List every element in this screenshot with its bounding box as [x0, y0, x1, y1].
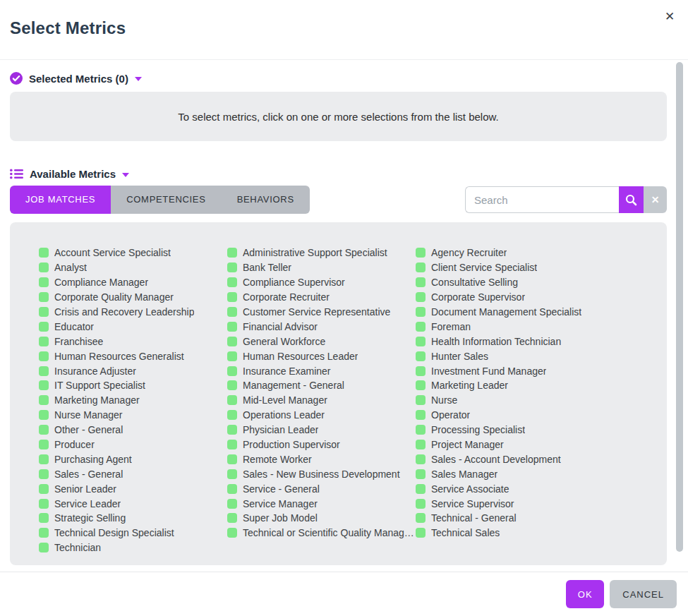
metric-item[interactable]: Marketing Manager: [39, 393, 227, 408]
metric-item[interactable]: Agency Recruiter: [416, 246, 653, 260]
metric-item[interactable]: Other - General: [39, 423, 227, 437]
metric-item[interactable]: General Workforce: [227, 334, 416, 349]
metric-item[interactable]: Health Information Technician: [416, 334, 653, 349]
metric-item[interactable]: Project Manager: [416, 437, 653, 452]
metric-item[interactable]: Corporate Quality Manager: [39, 290, 227, 305]
metric-item[interactable]: Corporate Supervisor: [416, 290, 653, 305]
metric-item[interactable]: Sales Manager: [416, 466, 653, 481]
cancel-button[interactable]: CANCEL: [610, 580, 677, 608]
search-input[interactable]: [465, 186, 619, 213]
metric-item[interactable]: Technician: [39, 540, 227, 555]
metric-label: IT Support Specialist: [54, 380, 145, 391]
metric-square-icon: [39, 454, 49, 464]
metric-square-icon: [227, 262, 237, 272]
metric-item[interactable]: Compliance Manager: [39, 275, 227, 290]
metric-item[interactable]: Corporate Recruiter: [227, 290, 416, 305]
metric-item[interactable]: Physician Leader: [227, 423, 416, 437]
metric-item[interactable]: Remote Worker: [227, 452, 416, 466]
metric-label: Service - General: [243, 483, 320, 495]
vertical-scrollbar[interactable]: [676, 62, 683, 552]
metric-item[interactable]: Production Supervisor: [227, 437, 416, 452]
empty-message: To select metrics, click on one or more …: [178, 111, 498, 123]
tab-job-matches[interactable]: JOB MATCHES: [10, 186, 111, 214]
metric-item[interactable]: Hunter Sales: [416, 349, 653, 363]
metric-square-icon: [416, 351, 426, 361]
metric-item[interactable]: Insurance Examiner: [227, 363, 416, 378]
metric-square-icon: [227, 337, 237, 346]
metric-label: Bank Teller: [243, 262, 291, 273]
metric-item[interactable]: Service - General: [227, 481, 416, 496]
metric-item[interactable]: Franchisee: [39, 334, 227, 349]
tab-behaviors[interactable]: BEHAVIORS: [222, 186, 310, 214]
metric-square-icon: [416, 262, 426, 272]
metric-label: Production Supervisor: [243, 439, 340, 450]
metric-item[interactable]: Compliance Supervisor: [227, 275, 416, 290]
metric-item[interactable]: Mid-Level Manager: [227, 393, 416, 408]
metric-item[interactable]: Operator: [416, 408, 653, 423]
metric-label: Human Resources Generalist: [54, 351, 184, 362]
close-button[interactable]: ✕: [662, 9, 677, 25]
metric-item[interactable]: Financial Advisor: [227, 319, 416, 334]
tab-bar: JOB MATCHES COMPETENCIES BEHAVIORS: [10, 186, 310, 214]
metric-square-icon: [416, 307, 426, 317]
metric-item[interactable]: Technical Design Specialist: [39, 526, 227, 540]
metric-item[interactable]: Document Management Specialist: [416, 305, 653, 320]
selected-metrics-header[interactable]: Selected Metrics (0): [10, 72, 667, 85]
metric-square-icon: [416, 277, 426, 287]
metric-item[interactable]: Sales - Account Development: [416, 452, 653, 466]
metric-item[interactable]: Purchasing Agent: [39, 452, 227, 466]
metric-item[interactable]: Nurse Manager: [39, 408, 227, 423]
metric-item[interactable]: Sales - General: [39, 466, 227, 481]
metric-square-icon: [227, 499, 237, 509]
metric-item[interactable]: Nurse: [416, 393, 653, 408]
metric-item[interactable]: Technical Sales: [416, 526, 653, 540]
metric-item[interactable]: Operations Leader: [227, 408, 416, 423]
metric-item[interactable]: Account Service Specialist: [39, 246, 227, 260]
metric-item[interactable]: Service Associate: [416, 481, 653, 496]
metric-item[interactable]: Investment Fund Manager: [416, 363, 653, 378]
metric-label: Account Service Specialist: [54, 247, 171, 258]
metric-item[interactable]: Marketing Leader: [416, 378, 653, 393]
metric-label: Nurse Manager: [54, 409, 123, 421]
metric-item[interactable]: Consultative Selling: [416, 275, 653, 290]
metric-label: General Workforce: [243, 336, 325, 347]
metric-label: Human Resources Leader: [243, 351, 358, 362]
tab-competencies[interactable]: COMPETENCIES: [111, 186, 221, 214]
metric-item[interactable]: Insurance Adjuster: [39, 363, 227, 378]
metric-item[interactable]: Service Supervisor: [416, 496, 653, 511]
metric-item[interactable]: Human Resources Generalist: [39, 349, 227, 363]
metric-item[interactable]: Crisis and Recovery Leadership: [39, 305, 227, 320]
metric-label: Strategic Selling: [54, 512, 126, 524]
metric-item[interactable]: IT Support Specialist: [39, 378, 227, 393]
metric-item[interactable]: Bank Teller: [227, 260, 416, 275]
metric-label: Corporate Supervisor: [431, 291, 525, 303]
available-metrics-header[interactable]: Available Metrics: [10, 168, 667, 180]
ok-button[interactable]: OK: [566, 580, 604, 608]
metric-square-icon: [39, 410, 49, 420]
metric-item[interactable]: Service Manager: [227, 496, 416, 511]
metric-item[interactable]: Processing Specialist: [416, 423, 653, 437]
metric-item[interactable]: Educator: [39, 319, 227, 334]
metric-square-icon: [227, 366, 237, 376]
metric-item[interactable]: Foreman: [416, 319, 653, 334]
clear-search-button[interactable]: ✕: [644, 186, 667, 213]
metric-item[interactable]: Analyst: [39, 260, 227, 275]
metric-item[interactable]: Super Job Model: [227, 511, 416, 526]
metric-item[interactable]: Service Leader: [39, 496, 227, 511]
metric-item[interactable]: Human Resources Leader: [227, 349, 416, 363]
metric-square-icon: [227, 469, 237, 479]
search-button[interactable]: [619, 186, 644, 213]
metric-item[interactable]: Technical or Scientific Quality Manag…: [227, 526, 416, 540]
metric-item[interactable]: Management - General: [227, 378, 416, 393]
metric-item[interactable]: Strategic Selling: [39, 511, 227, 526]
metric-item[interactable]: Senior Leader: [39, 481, 227, 496]
metric-square-icon: [227, 307, 237, 317]
metric-square-icon: [39, 395, 49, 405]
metric-item[interactable]: Producer: [39, 437, 227, 452]
metric-item[interactable]: Client Service Specialist: [416, 260, 653, 275]
metric-label: Purchasing Agent: [54, 454, 132, 465]
metric-item[interactable]: Sales - New Business Development: [227, 466, 416, 481]
metric-item[interactable]: Technical - General: [416, 511, 653, 526]
metric-item[interactable]: Administrative Support Specialist: [227, 246, 416, 260]
metric-item[interactable]: Customer Service Representative: [227, 305, 416, 320]
